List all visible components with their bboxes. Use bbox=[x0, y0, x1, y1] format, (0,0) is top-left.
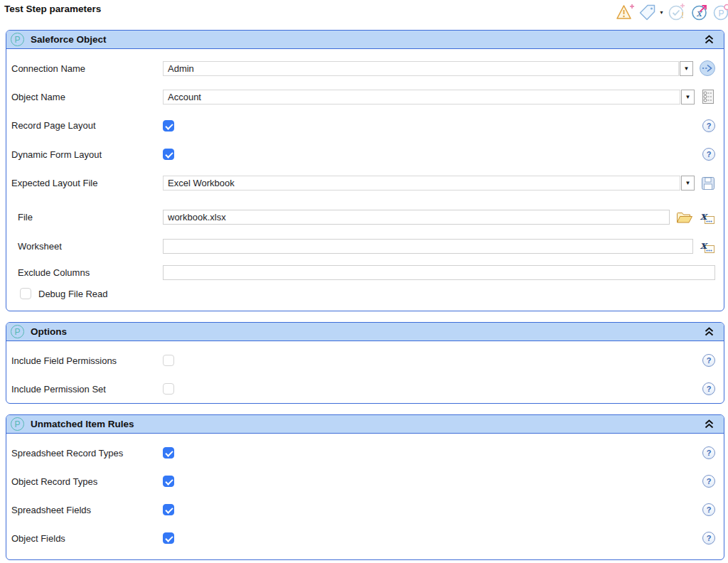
variable-extract-icon[interactable]: x bbox=[690, 3, 709, 21]
field-label: Connection Name bbox=[11, 63, 163, 74]
field-label: Spreadsheet Fields bbox=[11, 505, 163, 515]
help-icon[interactable]: ? bbox=[702, 475, 715, 488]
toolbar: ▼ x P bbox=[615, 3, 728, 21]
field-row-spreadsheet-fields: Spreadsheet Fields ? bbox=[11, 495, 724, 524]
field-row-object-fields: Object Fields ? bbox=[11, 524, 724, 552]
help-icon[interactable]: ? bbox=[702, 503, 715, 516]
page-title: Test Step parameters bbox=[4, 4, 101, 14]
dynamic-form-layout-checkbox[interactable] bbox=[163, 149, 174, 160]
field-label: File bbox=[11, 212, 163, 222]
spreadsheet-fields-checkbox[interactable] bbox=[163, 504, 174, 515]
section-header: P Options bbox=[6, 323, 724, 341]
field-label: Exclude Columns bbox=[11, 267, 163, 278]
field-label: Worksheet bbox=[11, 241, 163, 252]
top-bar: Test Step parameters ▼ bbox=[0, 0, 728, 30]
excel-icon[interactable]: x bbox=[700, 210, 715, 225]
field-row-include-permission-set: Include Permission Set ? bbox=[11, 375, 724, 403]
help-icon[interactable]: ? bbox=[702, 354, 715, 367]
object-fields-icon[interactable] bbox=[701, 89, 715, 104]
dropdown-button[interactable]: ▼ bbox=[681, 176, 695, 191]
section-unmatched-item-rules: P Unmatched Item Rules Spreadsheet Recor… bbox=[6, 414, 724, 560]
combobox-value[interactable]: Account bbox=[163, 90, 680, 104]
section-options: P Options Include Field Permissions ? In… bbox=[6, 322, 724, 404]
combobox-value[interactable]: Excel Workbook bbox=[163, 176, 680, 191]
help-icon[interactable]: ? bbox=[702, 532, 715, 545]
expected-layout-file-combobox: Excel Workbook ▼ bbox=[163, 176, 695, 191]
field-label: Debug File Read bbox=[38, 289, 108, 299]
dropdown-button[interactable]: ▼ bbox=[680, 61, 693, 76]
field-label: Expected Layout File bbox=[11, 178, 163, 188]
field-label: Object Fields bbox=[11, 533, 163, 544]
provar-icon[interactable]: P bbox=[712, 3, 728, 21]
object-fields-checkbox[interactable] bbox=[163, 532, 174, 544]
spreadsheet-record-types-checkbox[interactable] bbox=[163, 447, 174, 459]
field-row-worksheet: Worksheet x bbox=[11, 232, 724, 261]
field-row-expected-layout-file: Expected Layout File Excel Workbook ▼ bbox=[11, 168, 724, 198]
tag-icon[interactable] bbox=[638, 4, 657, 21]
field-row-debug-file-read: Debug File Read bbox=[11, 284, 724, 304]
help-icon[interactable]: ? bbox=[702, 446, 715, 459]
include-permission-set-checkbox[interactable] bbox=[163, 383, 174, 395]
field-row-spreadsheet-record-types: Spreadsheet Record Types ? bbox=[11, 439, 724, 467]
section-saleforce-object: P Saleforce Object Connection Name Admin… bbox=[6, 30, 724, 311]
provar-section-icon: P bbox=[11, 33, 24, 46]
field-label: Spreadsheet Record Types bbox=[11, 448, 163, 459]
file-input[interactable] bbox=[163, 210, 670, 225]
collapse-section-button[interactable] bbox=[704, 419, 714, 429]
object-name-combobox: Account ▼ bbox=[163, 90, 695, 104]
field-row-object-name: Object Name Account ▼ bbox=[11, 82, 724, 111]
section-title: Options bbox=[31, 326, 67, 337]
record-page-layout-checkbox[interactable] bbox=[163, 120, 174, 132]
collapse-section-button[interactable] bbox=[704, 35, 714, 44]
section-title: Saleforce Object bbox=[31, 34, 107, 45]
debug-file-read-checkbox[interactable] bbox=[20, 288, 31, 299]
section-header: P Saleforce Object bbox=[6, 31, 724, 49]
field-label: Object Name bbox=[11, 92, 163, 102]
field-row-dynamic-form-layout: Dynamic Form Layout ? bbox=[11, 140, 724, 168]
field-row-record-page-layout: Record Page Layout ? bbox=[11, 111, 724, 140]
field-label: Object Record Types bbox=[11, 476, 163, 487]
field-row-include-field-permissions: Include Field Permissions ? bbox=[11, 346, 724, 375]
tag-dropdown-caret[interactable]: ▼ bbox=[659, 10, 664, 15]
provar-section-icon: P bbox=[11, 417, 24, 431]
svg-text:P: P bbox=[719, 9, 724, 18]
field-row-object-record-types: Object Record Types ? bbox=[11, 467, 724, 495]
object-record-types-checkbox[interactable] bbox=[163, 476, 174, 487]
section-header: P Unmatched Item Rules bbox=[6, 415, 724, 434]
excel-icon[interactable]: x bbox=[700, 240, 715, 254]
dropdown-button[interactable]: ▼ bbox=[681, 90, 695, 104]
worksheet-input[interactable] bbox=[163, 239, 693, 254]
add-warning-icon[interactable] bbox=[615, 3, 635, 21]
help-icon[interactable]: ? bbox=[702, 148, 715, 161]
field-row-file: File x bbox=[11, 203, 724, 232]
field-label: Include Field Permissions bbox=[11, 355, 163, 366]
field-label: Include Permission Set bbox=[11, 384, 163, 395]
save-icon[interactable] bbox=[701, 176, 715, 191]
field-label: Record Page Layout bbox=[11, 120, 163, 131]
add-check-icon[interactable] bbox=[668, 3, 687, 21]
help-icon[interactable]: ? bbox=[702, 119, 715, 132]
goto-connection-icon[interactable] bbox=[700, 60, 715, 76]
help-icon[interactable]: ? bbox=[702, 382, 715, 395]
exclude-columns-input[interactable] bbox=[163, 265, 715, 280]
field-row-exclude-columns: Exclude Columns bbox=[11, 261, 724, 284]
section-title: Unmatched Item Rules bbox=[31, 419, 134, 429]
provar-section-icon: P bbox=[11, 325, 24, 338]
field-row-connection-name: Connection Name Admin ▼ bbox=[11, 54, 724, 82]
collapse-section-button[interactable] bbox=[704, 327, 714, 336]
include-field-permissions-checkbox[interactable] bbox=[163, 355, 174, 366]
connection-name-combobox: Admin ▼ bbox=[163, 61, 693, 76]
field-label: Dynamic Form Layout bbox=[11, 149, 163, 160]
combobox-value[interactable]: Admin bbox=[163, 61, 679, 76]
open-folder-icon[interactable] bbox=[676, 211, 693, 224]
